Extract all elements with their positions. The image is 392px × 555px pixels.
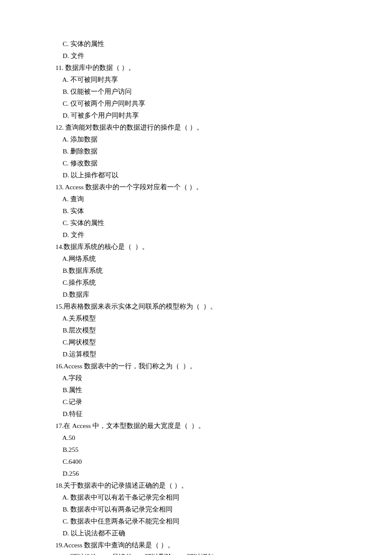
q18-option-a: A. 数据表中可以有若干条记录完全相同 <box>61 491 346 503</box>
q12-option-b: B. 删除数据 <box>61 145 346 157</box>
q18-option-c: C. 数据表中任意两条记录不能完全相同 <box>61 515 346 527</box>
q12-option-a: A. 添加数据 <box>61 133 346 145</box>
q16-option-c: C.记录 <box>61 396 346 408</box>
q17-option-d: D.256 <box>61 468 346 480</box>
document-page: C. 实体的属性 D. 文件 11. 数据库中的数据（ ）。 A. 不可被同时共… <box>0 0 346 555</box>
q12-option-d: D. 以上操作都可以 <box>61 169 346 181</box>
prev-option-c: C. 实体的属性 <box>61 38 346 50</box>
q17-option-b: B.255 <box>61 444 346 456</box>
q16-option-a: A.字段 <box>61 372 346 384</box>
prev-option-d: D. 文件 <box>61 50 346 62</box>
q16-stem: 16.Access 数据表中的一行，我们称之为（ ）。 <box>55 360 346 372</box>
q17-option-a: A.50 <box>61 432 346 444</box>
q19-options: A. 可以修改 B. 只读的 C. 可以删除 D. 可以增加 <box>61 551 346 555</box>
q13-option-c: C. 实体的属性 <box>61 217 346 229</box>
q15-option-b: B.层次模型 <box>61 324 346 336</box>
q17-stem: 17.在 Access 中，文本型数据的最大宽度是（ ）。 <box>55 420 346 432</box>
q13-stem: 13. Access 数据表中的一个字段对应着一个（ ）。 <box>55 181 346 193</box>
q11-stem: 11. 数据库中的数据（ ）。 <box>55 62 346 74</box>
q18-stem: 18.关于数据表中的记录描述正确的是（ ）。 <box>55 480 346 491</box>
q16-option-b: B.属性 <box>61 384 346 396</box>
q11-option-a: A. 不可被同时共享 <box>61 74 346 86</box>
q11-option-b: B. 仅能被一个用户访问 <box>61 86 346 98</box>
q19-stem: 19.Access 数据库中查询的结果是（ ）。 <box>55 539 346 551</box>
q15-option-c: C.网状模型 <box>61 336 346 348</box>
q14-option-c: C.操作系统 <box>61 277 346 289</box>
q17-option-c: C.6400 <box>61 456 346 468</box>
q13-option-b: B. 实体 <box>61 205 346 217</box>
q14-stem: 14.数据库系统的核心是（ ）。 <box>55 241 346 253</box>
q18-option-b: B. 数据表中可以有两条记录完全相同 <box>61 503 346 515</box>
q14-option-d: D.数据库 <box>61 289 346 301</box>
q15-option-a: A.关系模型 <box>61 312 346 324</box>
q14-option-a: A.网络系统 <box>61 253 346 265</box>
q12-option-c: C. 修改数据 <box>61 157 346 169</box>
q12-stem: 12. 查询能对数据表中的数据进行的操作是（ ）。 <box>55 121 346 133</box>
q13-option-a: A. 查询 <box>61 193 346 205</box>
q18-option-d: D. 以上说法都不正确 <box>61 527 346 539</box>
q15-stem: 15.用表格数据来表示实体之间联系的模型称为（ ）。 <box>55 301 346 312</box>
q14-option-b: B.数据库系统 <box>61 265 346 277</box>
q16-option-d: D.特征 <box>61 408 346 420</box>
q13-option-d: D. 文件 <box>61 229 346 241</box>
q15-option-d: D.运算模型 <box>61 348 346 360</box>
q11-option-c: C. 仅可被两个用户同时共享 <box>61 98 346 110</box>
q11-option-d: D. 可被多个用户同时共享 <box>61 110 346 121</box>
